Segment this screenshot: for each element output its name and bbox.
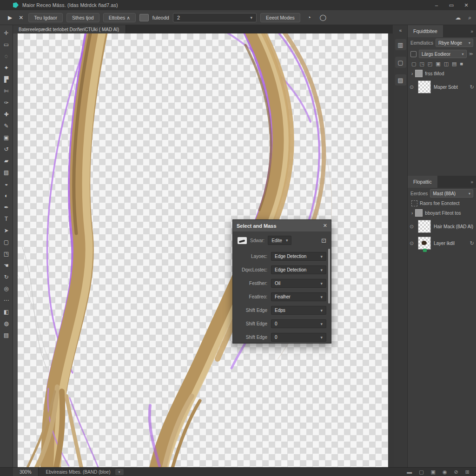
move-tool-icon[interactable]: ✛ <box>1 27 12 39</box>
shift-edge-select-3[interactable]: 0▾ <box>271 333 326 342</box>
layer-group-row[interactable]: › bboyart Fiteot tos <box>408 208 476 218</box>
sync-icon[interactable]: ↻ <box>470 84 474 90</box>
rotate-view-tool-icon[interactable]: ↻ <box>1 271 12 283</box>
layers-filter-select[interactable]: Lärgs Eodieor ▾ <box>419 50 467 58</box>
histogram-icon[interactable]: ▥ <box>395 39 406 50</box>
panel-bottom-tab[interactable]: Flopattic <box>408 176 437 188</box>
document-canvas[interactable] <box>18 33 388 467</box>
gradient-tool-icon[interactable]: ▧ <box>1 166 12 178</box>
rectangle-tool-icon[interactable]: ▢ <box>1 236 12 248</box>
dialog-header[interactable]: Select and Mass ✕ <box>233 220 331 231</box>
options-dropdown-button[interactable]: Ettobes ∧ <box>103 13 136 22</box>
artboard-tool-icon[interactable]: ◳ <box>1 248 12 259</box>
layer-thumbnail[interactable] <box>418 80 431 93</box>
eye-icon[interactable]: ⊙ <box>410 224 415 230</box>
layer-frame-icon[interactable]: ▢ <box>419 469 423 475</box>
sync-icon[interactable]: ↻ <box>470 240 474 246</box>
eraser-tool-icon[interactable]: ▰ <box>1 155 12 166</box>
view-mode-select[interactable]: Edite ▾ <box>268 236 291 245</box>
magic-wand-tool-icon[interactable]: ✦ <box>1 62 12 73</box>
active-tool-icon[interactable]: ▶ <box>7 14 13 21</box>
zoom-tool-icon[interactable]: ◎ <box>1 283 12 294</box>
panel-collapse-icon[interactable]: » <box>470 179 473 185</box>
slice-tool-icon[interactable]: ✄ <box>1 85 12 97</box>
color-swatches-icon[interactable]: ◧ <box>1 306 12 317</box>
eye-icon[interactable]: ⊙ <box>410 240 415 246</box>
search-icon[interactable]: ⌕ <box>468 14 471 21</box>
quick-selection-tool-icon[interactable] <box>238 237 247 244</box>
filter-smart-icon[interactable]: ▤ <box>452 61 456 67</box>
dialog-scrollbar[interactable] <box>328 249 330 304</box>
eye-icon[interactable]: ⊙ <box>410 84 415 90</box>
lasso-tool-icon[interactable]: ◌ <box>1 50 12 62</box>
mask-mode-select[interactable]: Mast (88A) ▾ <box>430 189 473 198</box>
link-layers-icon[interactable]: ▬ <box>407 469 412 475</box>
hand-tool-icon[interactable]: ☚ <box>1 259 12 271</box>
sample-size-select[interactable]: 2 ▾ <box>173 13 257 22</box>
select-modes-button[interactable]: Eeeot Modes <box>260 13 300 22</box>
minimize-button[interactable]: – <box>430 1 443 9</box>
mask-option-row[interactable]: Raors foe Eonotect <box>408 199 476 208</box>
path-selection-tool-icon[interactable]: ➤ <box>1 225 12 236</box>
cancel-selection-icon[interactable]: ✕ <box>17 14 25 21</box>
layer-thumbnail[interactable] <box>418 237 431 250</box>
refine-hair-icon[interactable]: ◯ <box>318 13 328 23</box>
history-brush-tool-icon[interactable]: ↺ <box>1 143 12 155</box>
document-tab[interactable]: Batereelepædkt terlobet DorñeriCTUki ( M… <box>13 25 126 33</box>
filter-attr-icon[interactable]: ▣ <box>436 61 440 67</box>
new-layer-icon[interactable]: ⊞ <box>465 469 469 475</box>
collapse-panels-icon[interactable]: « <box>395 28 406 33</box>
edit-toolbar-icon[interactable]: ⋯ <box>1 294 12 306</box>
layer-group-row[interactable]: › frss tMod <box>408 68 476 79</box>
filter-kind-icon[interactable]: ▢ <box>411 61 416 67</box>
close-button[interactable]: ✕ <box>460 1 472 9</box>
zoom-level[interactable]: 300% <box>13 468 39 476</box>
status-chevron-icon[interactable]: ▾ <box>115 469 124 475</box>
mask-preview-icon[interactable]: ◔ <box>304 13 314 23</box>
shift-edge-select[interactable]: Edps▾ <box>271 306 326 315</box>
filter-color-icon[interactable]: ◫ <box>444 61 449 67</box>
cloud-sync-icon[interactable]: ☁ <box>455 14 461 21</box>
type-tool-icon[interactable]: T <box>1 213 12 225</box>
panel-top-tab[interactable]: Fquidtbitee <box>408 25 443 37</box>
refine-frame-icon[interactable]: ⊡ <box>321 237 326 244</box>
filter-mode-icon[interactable]: ◰ <box>428 61 432 67</box>
maximize-button[interactable]: ▭ <box>445 1 457 9</box>
marquee-tool-icon[interactable]: ▭ <box>1 39 12 50</box>
filter-checkbox[interactable] <box>410 51 416 57</box>
screen-mode-icon[interactable]: ▤ <box>1 329 12 341</box>
panel-collapse-icon[interactable]: » <box>470 29 473 34</box>
options-button-2[interactable]: Sthes tjod <box>66 13 99 22</box>
edge-detection-select-2[interactable]: Edge Detection▾ <box>271 265 326 274</box>
edge-detection-select[interactable]: Edge Detection▾ <box>271 252 326 261</box>
adjustment-layer-icon[interactable]: ◉ <box>443 469 447 475</box>
layer-row[interactable]: ⊙ Layer ikdil ↻ <box>408 235 476 251</box>
filter-selected-icon[interactable]: ■ <box>460 61 463 67</box>
quick-mask-icon[interactable]: ◍ <box>1 317 12 329</box>
blur-tool-icon[interactable]: ◒ <box>1 178 12 190</box>
canvas-scrollbar[interactable] <box>388 33 394 467</box>
blend-mode-select[interactable]: Rbye Moge ▾ <box>436 39 473 47</box>
close-icon[interactable]: ✕ <box>323 223 327 229</box>
layer-mask-icon[interactable]: ▣ <box>431 469 436 475</box>
device-preview-icon[interactable]: ▢ <box>395 57 406 68</box>
clone-stamp-tool-icon[interactable]: ▣ <box>1 132 12 143</box>
libraries-icon[interactable]: ▨ <box>395 74 406 86</box>
feather-select-2[interactable]: Fealher▾ <box>271 292 326 301</box>
shift-edge-select-2[interactable]: 0▾ <box>271 319 326 328</box>
healing-brush-tool-icon[interactable]: ✚ <box>1 108 12 120</box>
eyedropper-tool-icon[interactable]: ✑ <box>1 97 12 108</box>
crop-tool-icon[interactable]: ▛ <box>1 73 12 85</box>
feather-select[interactable]: Oil▾ <box>271 279 326 288</box>
panel-layers-filter: Fquidtbitee » Eemdlatics Rbye Moge ▾ Lär… <box>408 25 476 176</box>
options-button-1[interactable]: Teu Igdaor <box>28 13 63 22</box>
layer-thumbnail[interactable] <box>418 220 431 233</box>
layer-row[interactable]: ⊙ Maper Sobt ↻ <box>408 79 476 95</box>
brush-tool-icon[interactable]: ✎ <box>1 120 12 132</box>
dodge-tool-icon[interactable]: ◐ <box>1 190 12 201</box>
pen-tool-icon[interactable]: ✒ <box>1 201 12 213</box>
layer-effects-icon[interactable]: ⊘ <box>454 469 458 475</box>
filter-effect-icon[interactable]: ◳ <box>419 61 424 67</box>
filter-extra-icon[interactable]: ≫ <box>469 52 473 56</box>
layer-row[interactable]: ⊙ Hair Mack (8AD Al) <box>408 218 476 235</box>
